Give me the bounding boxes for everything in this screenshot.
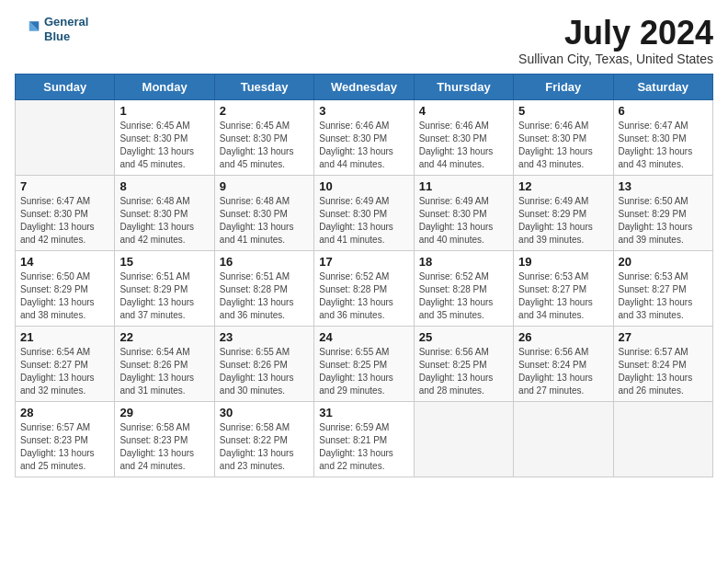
day-info: Sunrise: 6:47 AMSunset: 8:30 PMDaylight:… <box>619 120 708 171</box>
location-text: Sullivan City, Texas, United States <box>518 52 713 66</box>
calendar-table: SundayMondayTuesdayWednesdayThursdayFrid… <box>15 74 713 477</box>
day-header-friday: Friday <box>514 74 613 99</box>
calendar-cell: 1Sunrise: 6:45 AMSunset: 8:30 PMDaylight… <box>115 99 214 175</box>
day-header-thursday: Thursday <box>414 74 513 99</box>
day-info: Sunrise: 6:58 AMSunset: 8:23 PMDaylight:… <box>119 421 209 473</box>
day-number: 9 <box>220 179 309 193</box>
calendar-cell: 15Sunrise: 6:51 AMSunset: 8:29 PMDayligh… <box>115 250 214 326</box>
calendar-cell: 29Sunrise: 6:58 AMSunset: 8:23 PMDayligh… <box>115 401 214 477</box>
day-number: 27 <box>619 330 708 344</box>
day-number: 5 <box>518 104 608 118</box>
calendar-cell: 11Sunrise: 6:49 AMSunset: 8:30 PMDayligh… <box>414 175 513 250</box>
calendar-cell: 30Sunrise: 6:58 AMSunset: 8:22 PMDayligh… <box>214 401 313 477</box>
calendar-cell: 26Sunrise: 6:56 AMSunset: 8:24 PMDayligh… <box>514 326 613 401</box>
calendar-week-row: 7Sunrise: 6:47 AMSunset: 8:30 PMDaylight… <box>16 175 713 250</box>
day-info: Sunrise: 6:55 AMSunset: 8:26 PMDaylight:… <box>220 346 309 397</box>
day-info: Sunrise: 6:49 AMSunset: 8:30 PMDaylight:… <box>319 195 408 247</box>
title-block: July 2024 Sullivan City, Texas, United S… <box>518 15 713 66</box>
day-info: Sunrise: 6:45 AMSunset: 8:30 PMDaylight:… <box>119 120 209 171</box>
calendar-cell: 22Sunrise: 6:54 AMSunset: 8:26 PMDayligh… <box>115 326 214 401</box>
day-number: 4 <box>419 104 508 118</box>
day-info: Sunrise: 6:56 AMSunset: 8:25 PMDaylight:… <box>419 346 508 397</box>
day-number: 19 <box>518 255 608 269</box>
day-info: Sunrise: 6:51 AMSunset: 8:29 PMDaylight:… <box>119 270 209 322</box>
day-info: Sunrise: 6:47 AMSunset: 8:30 PMDaylight:… <box>20 195 109 247</box>
day-number: 24 <box>319 330 408 344</box>
day-info: Sunrise: 6:51 AMSunset: 8:28 PMDaylight:… <box>220 270 309 322</box>
calendar-cell: 8Sunrise: 6:48 AMSunset: 8:30 PMDaylight… <box>115 175 214 250</box>
day-info: Sunrise: 6:59 AMSunset: 8:21 PMDaylight:… <box>319 421 408 473</box>
day-header-tuesday: Tuesday <box>214 74 313 99</box>
day-number: 28 <box>20 406 109 419</box>
calendar-cell: 3Sunrise: 6:46 AMSunset: 8:30 PMDaylight… <box>314 99 414 175</box>
calendar-cell: 21Sunrise: 6:54 AMSunset: 8:27 PMDayligh… <box>16 326 115 401</box>
calendar-cell: 7Sunrise: 6:47 AMSunset: 8:30 PMDaylight… <box>16 175 115 250</box>
day-header-monday: Monday <box>115 74 214 99</box>
day-info: Sunrise: 6:55 AMSunset: 8:25 PMDaylight:… <box>319 346 408 397</box>
day-number: 2 <box>220 104 309 118</box>
day-number: 8 <box>119 179 209 193</box>
calendar-cell <box>16 99 115 175</box>
day-info: Sunrise: 6:50 AMSunset: 8:29 PMDaylight:… <box>619 195 708 247</box>
day-info: Sunrise: 6:53 AMSunset: 8:27 PMDaylight:… <box>619 270 708 322</box>
day-number: 20 <box>619 255 708 269</box>
calendar-week-row: 14Sunrise: 6:50 AMSunset: 8:29 PMDayligh… <box>16 250 713 326</box>
calendar-week-row: 1Sunrise: 6:45 AMSunset: 8:30 PMDaylight… <box>16 99 713 175</box>
calendar-cell <box>514 401 613 477</box>
calendar-cell: 9Sunrise: 6:48 AMSunset: 8:30 PMDaylight… <box>214 175 313 250</box>
day-number: 10 <box>319 179 408 193</box>
calendar-cell: 6Sunrise: 6:47 AMSunset: 8:30 PMDaylight… <box>613 99 712 175</box>
day-number: 1 <box>119 104 209 118</box>
calendar-cell: 25Sunrise: 6:56 AMSunset: 8:25 PMDayligh… <box>414 326 513 401</box>
page-header: General Blue July 2024 Sullivan City, Te… <box>15 15 713 66</box>
logo: General Blue <box>15 15 88 43</box>
calendar-cell: 23Sunrise: 6:55 AMSunset: 8:26 PMDayligh… <box>214 326 313 401</box>
logo-icon <box>15 17 40 42</box>
day-info: Sunrise: 6:52 AMSunset: 8:28 PMDaylight:… <box>419 270 508 322</box>
calendar-cell: 27Sunrise: 6:57 AMSunset: 8:24 PMDayligh… <box>613 326 712 401</box>
day-number: 14 <box>20 255 109 269</box>
day-header-sunday: Sunday <box>16 74 115 99</box>
day-info: Sunrise: 6:57 AMSunset: 8:23 PMDaylight:… <box>20 421 109 473</box>
day-info: Sunrise: 6:54 AMSunset: 8:26 PMDaylight:… <box>119 346 209 397</box>
day-header-saturday: Saturday <box>613 74 712 99</box>
calendar-cell: 4Sunrise: 6:46 AMSunset: 8:30 PMDaylight… <box>414 99 513 175</box>
day-info: Sunrise: 6:48 AMSunset: 8:30 PMDaylight:… <box>220 195 309 247</box>
calendar-body: 1Sunrise: 6:45 AMSunset: 8:30 PMDaylight… <box>16 99 713 477</box>
day-info: Sunrise: 6:54 AMSunset: 8:27 PMDaylight:… <box>20 346 109 397</box>
calendar-cell: 17Sunrise: 6:52 AMSunset: 8:28 PMDayligh… <box>314 250 414 326</box>
day-number: 15 <box>119 255 209 269</box>
logo-text: General Blue <box>44 15 88 43</box>
day-number: 26 <box>518 330 608 344</box>
calendar-cell: 2Sunrise: 6:45 AMSunset: 8:30 PMDaylight… <box>214 99 313 175</box>
calendar-cell <box>414 401 513 477</box>
calendar-cell: 28Sunrise: 6:57 AMSunset: 8:23 PMDayligh… <box>16 401 115 477</box>
calendar-cell: 13Sunrise: 6:50 AMSunset: 8:29 PMDayligh… <box>613 175 712 250</box>
day-number: 25 <box>419 330 508 344</box>
day-info: Sunrise: 6:46 AMSunset: 8:30 PMDaylight:… <box>518 120 608 171</box>
day-info: Sunrise: 6:45 AMSunset: 8:30 PMDaylight:… <box>220 120 309 171</box>
calendar-cell: 16Sunrise: 6:51 AMSunset: 8:28 PMDayligh… <box>214 250 313 326</box>
month-title: July 2024 <box>518 15 713 52</box>
calendar-cell: 19Sunrise: 6:53 AMSunset: 8:27 PMDayligh… <box>514 250 613 326</box>
calendar-week-row: 21Sunrise: 6:54 AMSunset: 8:27 PMDayligh… <box>16 326 713 401</box>
calendar-cell <box>613 401 712 477</box>
day-info: Sunrise: 6:56 AMSunset: 8:24 PMDaylight:… <box>518 346 608 397</box>
day-number: 29 <box>119 406 209 419</box>
day-number: 30 <box>220 406 309 419</box>
calendar-header-row: SundayMondayTuesdayWednesdayThursdayFrid… <box>16 74 713 99</box>
day-info: Sunrise: 6:52 AMSunset: 8:28 PMDaylight:… <box>319 270 408 322</box>
calendar-cell: 5Sunrise: 6:46 AMSunset: 8:30 PMDaylight… <box>514 99 613 175</box>
day-info: Sunrise: 6:48 AMSunset: 8:30 PMDaylight:… <box>119 195 209 247</box>
day-number: 17 <box>319 255 408 269</box>
day-number: 13 <box>619 179 708 193</box>
day-number: 22 <box>119 330 209 344</box>
day-header-wednesday: Wednesday <box>314 74 414 99</box>
calendar-cell: 14Sunrise: 6:50 AMSunset: 8:29 PMDayligh… <box>16 250 115 326</box>
day-info: Sunrise: 6:58 AMSunset: 8:22 PMDaylight:… <box>220 421 309 473</box>
calendar-cell: 18Sunrise: 6:52 AMSunset: 8:28 PMDayligh… <box>414 250 513 326</box>
day-info: Sunrise: 6:50 AMSunset: 8:29 PMDaylight:… <box>20 270 109 322</box>
day-info: Sunrise: 6:53 AMSunset: 8:27 PMDaylight:… <box>518 270 608 322</box>
calendar-cell: 12Sunrise: 6:49 AMSunset: 8:29 PMDayligh… <box>514 175 613 250</box>
day-number: 21 <box>20 330 109 344</box>
